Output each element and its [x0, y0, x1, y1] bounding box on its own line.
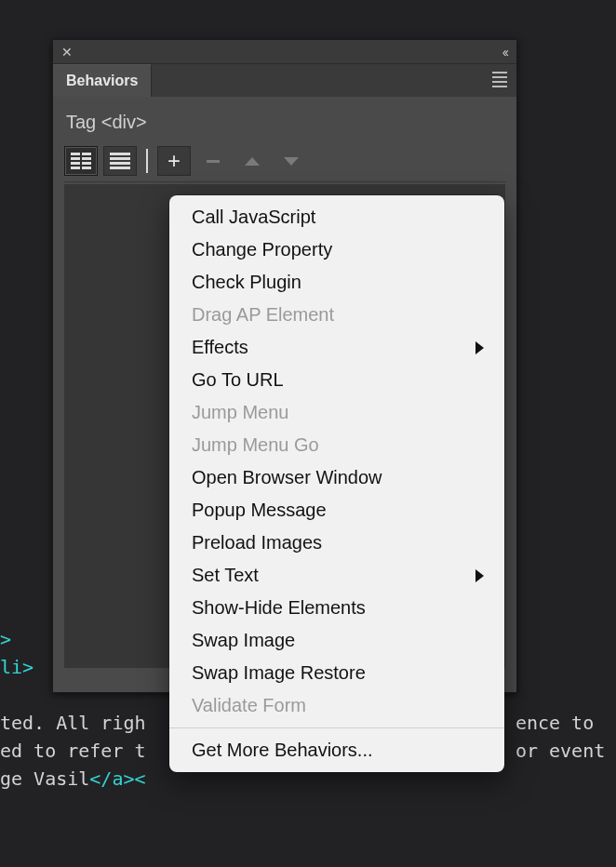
- menu-item-set-text[interactable]: Set Text: [169, 559, 504, 592]
- panel-tab-strip: Behaviors: [53, 64, 516, 97]
- code-frag: ence to: [516, 712, 605, 734]
- code-frag: </a>: [89, 767, 134, 790]
- toolbar-divider: [146, 149, 148, 173]
- menu-item-go-to-url[interactable]: Go To URL: [169, 364, 504, 396]
- menu-item-label: Change Property: [192, 239, 332, 260]
- minus-icon: [207, 160, 220, 163]
- menu-item-drag-ap-element: Drag AP Element: [169, 299, 504, 331]
- menu-item-popup-message[interactable]: Popup Message: [169, 494, 504, 527]
- move-up-button[interactable]: [235, 146, 269, 176]
- tab-behaviors[interactable]: Behaviors: [53, 64, 152, 97]
- menu-item-swap-image-restore[interactable]: Swap Image Restore: [169, 657, 504, 689]
- menu-item-label: Popup Message: [192, 500, 327, 521]
- tab-label: Behaviors: [66, 73, 138, 88]
- view-columns-button[interactable]: [64, 146, 98, 176]
- menu-item-label: Get More Behaviors...: [192, 740, 373, 761]
- menu-item-label: Swap Image: [192, 630, 295, 651]
- menu-item-label: Swap Image Restore: [192, 662, 366, 684]
- menu-item-label: Open Browser Window: [192, 467, 382, 488]
- menu-item-open-browser-window[interactable]: Open Browser Window: [169, 461, 504, 494]
- triangle-down-icon: [284, 157, 299, 166]
- collapse-icon[interactable]: ‹‹: [502, 45, 511, 60]
- menu-item-check-plugin[interactable]: Check Plugin: [169, 266, 504, 299]
- tag-value: <div>: [101, 112, 147, 132]
- code-frag: <: [135, 767, 146, 790]
- code-frag: >: [22, 656, 33, 678]
- menu-item-label: Validate Form: [192, 695, 306, 716]
- menu-item-show-hide-elements[interactable]: Show-Hide Elements: [169, 592, 504, 624]
- menu-item-label: Effects: [192, 337, 248, 358]
- code-frag: or event: [516, 740, 605, 762]
- menu-item-label: Check Plugin: [192, 272, 301, 293]
- panel-flyout-menu-button[interactable]: [483, 64, 516, 97]
- behaviors-toolbar: +: [64, 146, 505, 182]
- hamburger-icon: [492, 72, 507, 87]
- menu-item-label: Preload Images: [192, 532, 322, 554]
- code-frag: ted. All righ: [0, 712, 146, 734]
- code-frag: li: [0, 656, 22, 678]
- menu-item-effects[interactable]: Effects: [169, 331, 504, 364]
- panel-titlebar: ✕ ‹‹: [53, 40, 516, 64]
- menu-item-validate-form: Validate Form: [169, 689, 504, 722]
- columns-icon: [71, 153, 91, 169]
- remove-behavior-button[interactable]: [196, 146, 230, 176]
- menu-item-label: Call JavaScript: [192, 207, 315, 228]
- menu-item-label: Jump Menu: [192, 402, 289, 423]
- move-down-button[interactable]: [275, 146, 308, 176]
- code-frag: ge Vasil: [0, 767, 89, 790]
- code-frag: >: [0, 628, 11, 650]
- menu-separator: [169, 727, 504, 728]
- plus-icon: +: [167, 150, 181, 172]
- menu-item-call-javascript[interactable]: Call JavaScript: [169, 201, 504, 233]
- menu-item-preload-images[interactable]: Preload Images: [169, 527, 504, 559]
- menu-item-swap-image[interactable]: Swap Image: [169, 624, 504, 657]
- menu-item-change-property[interactable]: Change Property: [169, 233, 504, 266]
- menu-item-get-more-behaviors[interactable]: Get More Behaviors...: [169, 734, 504, 767]
- tag-indicator: Tag <div>: [64, 106, 505, 146]
- menu-item-jump-menu-go: Jump Menu Go: [169, 429, 504, 461]
- menu-item-label: Drag AP Element: [192, 304, 334, 326]
- code-frag: ed to refer t: [0, 740, 146, 762]
- menu-item-label: Show-Hide Elements: [192, 597, 366, 619]
- add-behavior-button[interactable]: +: [157, 146, 191, 176]
- menu-item-label: Jump Menu Go: [192, 434, 319, 456]
- add-behavior-menu: Call JavaScript Change Property Check Pl…: [169, 195, 504, 772]
- menu-item-label: Set Text: [192, 565, 259, 586]
- menu-item-jump-menu: Jump Menu: [169, 396, 504, 429]
- triangle-up-icon: [245, 157, 260, 166]
- tag-prefix: Tag: [66, 112, 101, 132]
- list-icon: [110, 153, 130, 169]
- close-icon[interactable]: ✕: [59, 44, 75, 60]
- view-list-button[interactable]: [103, 146, 137, 176]
- menu-item-label: Go To URL: [192, 369, 284, 391]
